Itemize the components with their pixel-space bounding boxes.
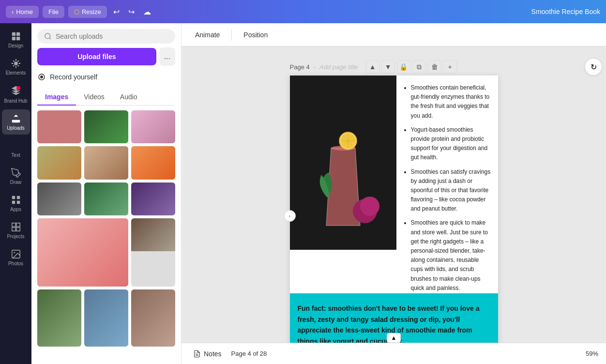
projects-icon bbox=[11, 222, 21, 232]
cloud-sync-button[interactable]: ☁ bbox=[141, 5, 153, 19]
bullet-item-4: Smoothies are quick to make and store we… bbox=[411, 218, 491, 293]
sidebar-item-apps[interactable]: Apps bbox=[2, 191, 30, 216]
bottom-bar: Notes Page 4 of 28 59% bbox=[182, 343, 606, 364]
top-bar: ‹ Home File ⬡ Resize ↩ ↪ ☁ Smoothie Reci… bbox=[0, 0, 606, 23]
animate-button[interactable]: Animate bbox=[189, 28, 226, 42]
elements-label: Elements bbox=[6, 70, 26, 76]
main-area: Design Elements Brand Hub Uploads Text D… bbox=[0, 23, 606, 364]
lock-button[interactable]: 🔒 bbox=[397, 60, 410, 74]
image-thumb-12[interactable] bbox=[37, 289, 81, 347]
search-input[interactable] bbox=[56, 32, 168, 40]
collapse-handle[interactable]: ‹ bbox=[284, 210, 296, 222]
svg-point-23 bbox=[360, 197, 379, 216]
image-thumb-3[interactable] bbox=[131, 110, 175, 143]
canvas-area: Animate Position Page 4 - Add page title… bbox=[182, 23, 606, 364]
search-bar[interactable] bbox=[37, 29, 175, 44]
cloud-icon: ☁ bbox=[143, 7, 151, 16]
sidebar-item-draw[interactable]: Draw bbox=[2, 164, 30, 189]
image-thumb-11[interactable] bbox=[131, 218, 175, 287]
toolbar-divider bbox=[231, 29, 232, 41]
page-nav-arrows: ▲ bbox=[387, 333, 401, 343]
delete-button[interactable]: 🗑 bbox=[428, 60, 441, 74]
design-label: Design bbox=[8, 43, 23, 48]
svg-rect-3 bbox=[16, 37, 19, 40]
upload-btn-row: Upload files ... bbox=[37, 47, 175, 66]
apps-icon bbox=[11, 195, 21, 205]
svg-point-4 bbox=[14, 61, 17, 65]
tab-images[interactable]: Images bbox=[37, 89, 76, 106]
undo-button[interactable]: ↩ bbox=[111, 5, 122, 19]
page-title-placeholder[interactable]: Add page title bbox=[319, 63, 358, 71]
upload-more-button[interactable]: ... bbox=[159, 47, 175, 66]
duplicate-button[interactable]: ⧉ bbox=[412, 60, 426, 74]
image-thumb-6[interactable] bbox=[131, 146, 175, 179]
sidebar-item-uploads[interactable]: Uploads bbox=[2, 109, 30, 135]
image-thumb-14[interactable] bbox=[131, 289, 175, 347]
text-label: Text bbox=[11, 152, 20, 158]
icon-sidebar: Design Elements Brand Hub Uploads Text D… bbox=[0, 23, 31, 364]
sidebar-item-text[interactable]: Text bbox=[2, 136, 30, 162]
add-page-button[interactable]: + bbox=[443, 60, 457, 74]
page-down-button[interactable]: ▼ bbox=[381, 60, 395, 74]
canvas-toolbar: Animate Position bbox=[182, 23, 606, 46]
page-text-col: Smoothies contain beneficial, gut-friend… bbox=[396, 76, 498, 255]
svg-point-10 bbox=[14, 252, 15, 253]
record-icon bbox=[37, 73, 46, 81]
sidebar-item-elements[interactable]: Elements bbox=[2, 54, 30, 79]
page-header: Page 4 - Add page title ▲ ▼ 🔒 ⧉ 🗑 + bbox=[290, 60, 457, 74]
elements-icon bbox=[11, 58, 21, 69]
svg-point-11 bbox=[45, 33, 50, 39]
notification-badge bbox=[16, 86, 20, 90]
text-icon bbox=[11, 140, 21, 151]
upload-files-button[interactable]: Upload files bbox=[37, 48, 156, 65]
image-thumb-8[interactable] bbox=[84, 182, 128, 215]
brand-hub-label: Brand Hub bbox=[4, 98, 28, 104]
image-thumb-7[interactable] bbox=[37, 182, 81, 215]
svg-point-13 bbox=[41, 76, 43, 78]
canvas-refresh-button[interactable]: ↻ bbox=[585, 58, 602, 76]
redo-button[interactable]: ↪ bbox=[126, 5, 137, 19]
notes-button[interactable]: Notes bbox=[189, 347, 226, 361]
undo-icon: ↩ bbox=[113, 7, 120, 16]
scroll-up-button[interactable]: ▲ bbox=[387, 333, 401, 343]
record-yourself-button[interactable]: Record yourself bbox=[37, 70, 175, 84]
uploads-panel: Upload files ... Record yourself Images … bbox=[31, 23, 182, 364]
image-thumb-2[interactable] bbox=[84, 110, 128, 143]
file-label: File bbox=[48, 8, 59, 15]
image-thumb-9[interactable] bbox=[131, 182, 175, 215]
notes-icon bbox=[193, 350, 201, 358]
page-label: Page 4 bbox=[290, 63, 310, 71]
smoothie-image bbox=[290, 76, 396, 250]
sidebar-item-design[interactable]: Design bbox=[2, 27, 30, 52]
tab-audio[interactable]: Audio bbox=[112, 89, 145, 106]
file-button[interactable]: File bbox=[43, 6, 64, 18]
zoom-level: 59% bbox=[586, 350, 598, 357]
uploads-icon bbox=[11, 113, 21, 124]
search-icon bbox=[44, 32, 52, 40]
image-thumb-1[interactable] bbox=[37, 110, 81, 143]
home-label: Home bbox=[16, 8, 33, 15]
page-up-button[interactable]: ▲ bbox=[366, 60, 379, 74]
position-button[interactable]: Position bbox=[238, 28, 273, 42]
svg-rect-2 bbox=[12, 37, 15, 40]
sidebar-item-photos[interactable]: Photos bbox=[2, 245, 30, 270]
sidebar-item-brand-hub[interactable]: Brand Hub bbox=[2, 81, 30, 107]
tab-videos[interactable]: Videos bbox=[76, 89, 112, 106]
page-header-actions: ▲ ▼ 🔒 ⧉ 🗑 + bbox=[366, 60, 457, 74]
canvas-scroll[interactable]: Page 4 - Add page title ▲ ▼ 🔒 ⧉ 🗑 + bbox=[182, 46, 606, 343]
home-button[interactable]: ‹ Home bbox=[6, 6, 39, 18]
image-thumb-13[interactable] bbox=[84, 289, 128, 347]
resize-button[interactable]: ⬡ Resize bbox=[68, 6, 107, 18]
draw-icon bbox=[11, 167, 21, 178]
resize-label: Resize bbox=[82, 8, 101, 15]
image-thumb-4[interactable] bbox=[37, 146, 81, 179]
image-thumb-10[interactable] bbox=[37, 218, 128, 287]
document-title: Smoothie Recipe Book bbox=[531, 8, 600, 15]
images-grid bbox=[31, 106, 181, 364]
sidebar-item-projects[interactable]: Projects bbox=[2, 218, 30, 243]
apps-label: Apps bbox=[10, 207, 21, 212]
redo-icon: ↪ bbox=[128, 7, 135, 16]
image-thumb-5[interactable] bbox=[84, 146, 128, 179]
tabs-row: Images Videos Audio bbox=[37, 89, 175, 106]
refresh-icon: ↻ bbox=[591, 62, 597, 72]
